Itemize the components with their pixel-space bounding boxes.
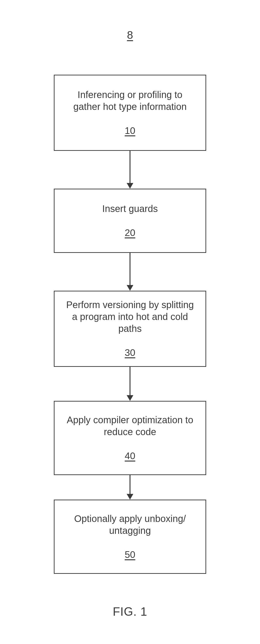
flow-step-number: 20: [125, 228, 135, 238]
flow-step-text: Apply compiler optimization to reduce co…: [64, 414, 196, 438]
flow-step-text: Optionally apply unboxing/ untagging: [64, 513, 196, 536]
flow-step-number: 50: [125, 549, 135, 560]
arrow-down-icon: [127, 253, 133, 291]
figure-number: 8: [127, 28, 133, 42]
flow-step-40: Apply compiler optimization to reduce co…: [54, 401, 206, 475]
flow-step-text: Insert guards: [102, 203, 158, 214]
arrow-down-icon: [127, 151, 133, 189]
figure-caption: FIG. 1: [113, 605, 147, 618]
page: 8 Inferencing or profiling to gather hot…: [0, 0, 260, 644]
flowchart: Inferencing or profiling to gather hot t…: [54, 75, 206, 574]
flow-step-50: Optionally apply unboxing/ untagging 50: [54, 500, 206, 574]
flow-step-text: Perform versioning by splitting a progra…: [64, 299, 196, 334]
flow-step-20: Insert guards 20: [54, 189, 206, 253]
flow-step-number: 10: [125, 125, 135, 136]
flow-step-10: Inferencing or profiling to gather hot t…: [54, 75, 206, 151]
flow-step-text: Inferencing or profiling to gather hot t…: [64, 89, 196, 112]
arrow-down-icon: [127, 367, 133, 401]
arrow-down-icon: [127, 475, 133, 500]
flow-step-number: 40: [125, 450, 135, 461]
flow-step-30: Perform versioning by splitting a progra…: [54, 291, 206, 367]
flow-step-number: 30: [125, 347, 135, 358]
